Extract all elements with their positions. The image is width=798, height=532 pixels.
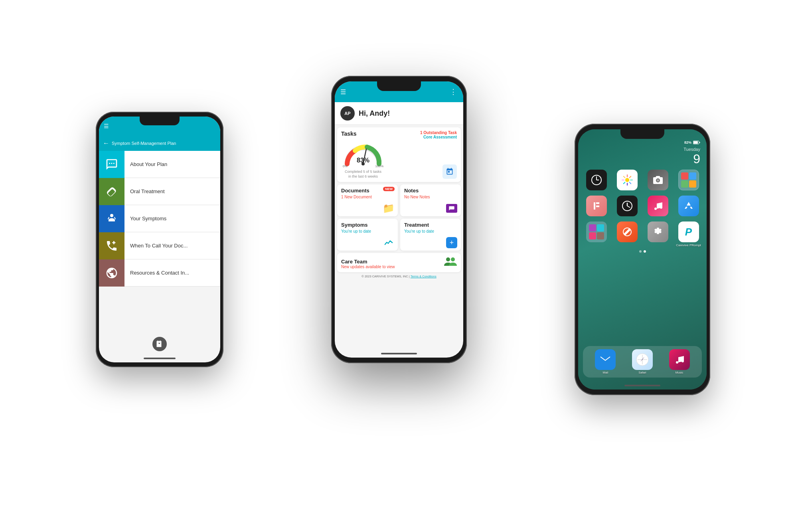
care-team-title: Care Team: [341, 259, 395, 265]
footer-text: © 2023 CARIVIVE SYSTEMS, INC |: [361, 275, 409, 278]
safari-app[interactable]: Safari: [632, 349, 653, 374]
books-app[interactable]: [583, 196, 610, 218]
calendar-svg: [446, 168, 454, 176]
list-item[interactable]: Resources & Contact In...: [99, 259, 220, 287]
carevive-label: Carevive PRompt: [676, 243, 701, 247]
right-phone: 82% Tuesday 9: [575, 124, 710, 395]
book-svg: [156, 340, 163, 348]
greeting-row: AP Hi, Andy!: [335, 102, 463, 125]
globe-icon: [105, 267, 118, 279]
greeting-text: Hi, Andy!: [359, 109, 390, 118]
gauge-completed: Completed 5 of 5 tasks in the last 6 wee…: [345, 170, 381, 179]
carevive-p: P: [685, 226, 692, 238]
folder2-app[interactable]: [583, 222, 610, 247]
right-screen: 82% Tuesday 9: [578, 129, 707, 390]
camera-app[interactable]: [644, 170, 671, 192]
svg-rect-27: [599, 355, 611, 364]
photos-app[interactable]: [614, 170, 640, 192]
plus-box-icon: +: [446, 238, 458, 247]
orange-icon: [617, 222, 638, 242]
notes-title: Notes: [404, 188, 457, 194]
symptoms-icon-box: [99, 205, 124, 232]
battery-icon: [693, 140, 700, 144]
books-icon: [586, 196, 607, 216]
svg-point-11: [625, 178, 629, 182]
clock-app[interactable]: [583, 170, 610, 192]
tasks-section[interactable]: Tasks 1 Outstanding Task Core Assessment: [337, 127, 461, 182]
symptoms-title: Symptoms: [341, 222, 394, 228]
documents-card[interactable]: Documents NEW 1 New Document 📁: [337, 184, 398, 216]
left-home-bar: [144, 358, 176, 359]
back-nav[interactable]: ← Symptom Self-Management Plan: [99, 136, 220, 151]
folder-icon: 📁: [383, 204, 395, 213]
notes-card[interactable]: Notes No New Notes: [400, 184, 461, 216]
notes-icon: [446, 204, 458, 213]
tasks-title: Tasks: [341, 131, 357, 137]
center-hamburger-icon[interactable]: ☰: [340, 88, 346, 96]
cards-grid: Documents NEW 1 New Document 📁 Notes No …: [337, 184, 461, 251]
back-arrow-icon[interactable]: ←: [103, 140, 109, 147]
list-item[interactable]: About Your Plan: [99, 151, 220, 178]
appstore-icon: [678, 196, 699, 216]
center-footer: © 2023 CARIVIVE SYSTEMS, INC | Terms & C…: [335, 272, 463, 279]
safari-icon: [632, 349, 653, 370]
folder1-app[interactable]: [675, 170, 702, 192]
treatment-sub: You're up to date: [404, 229, 457, 233]
appstore-app[interactable]: [675, 196, 702, 218]
list-item[interactable]: Oral Treatment: [99, 178, 220, 205]
safari-label: Safari: [638, 371, 646, 374]
mail-app[interactable]: Mail: [595, 349, 616, 374]
gauge-label-0: 0%: [343, 164, 348, 168]
pill-icon: [105, 185, 118, 198]
core-assessment-link[interactable]: Core Assessment: [420, 135, 457, 139]
ios-app-grid: P Carevive PRompt: [578, 170, 707, 247]
list-item[interactable]: When To Call Your Doc...: [99, 232, 220, 259]
svg-point-0: [110, 214, 113, 217]
center-screen: ☰ ⋮ AP Hi, Andy! Tasks 1 Outstanding Tas…: [335, 81, 463, 358]
settings-icon: [648, 222, 668, 242]
terms-link[interactable]: Terms & Conditions: [411, 275, 437, 278]
settings-app[interactable]: [644, 222, 671, 247]
about-plan-icon-box: [99, 151, 124, 178]
nav-title: Symptom Self-Management Plan: [112, 141, 176, 146]
svg-rect-16: [627, 183, 628, 186]
music-dock-app[interactable]: Music: [669, 349, 690, 374]
svg-point-3: [446, 257, 450, 261]
treatment-title: Treatment: [404, 222, 457, 228]
svg-point-26: [660, 206, 662, 209]
menu-list: About Your Plan Oral Treatment Your Symp…: [99, 151, 220, 287]
hamburger-icon[interactable]: ☰: [104, 123, 109, 129]
symptoms-card[interactable]: Symptoms You're up to date: [337, 219, 398, 251]
page-dot-2: [644, 250, 646, 253]
left-phone: ☰ ← Symptom Self-Management Plan About Y…: [96, 112, 223, 367]
svg-rect-14: [630, 180, 633, 180]
music-app[interactable]: [644, 196, 671, 218]
carevive-app[interactable]: P Carevive PRompt: [675, 222, 702, 247]
svg-point-4: [451, 257, 455, 261]
list-item[interactable]: Your Symptoms: [99, 205, 220, 232]
svg-rect-13: [629, 176, 631, 178]
ios-date-area: Tuesday 9: [578, 146, 707, 170]
music-dock-label: Music: [676, 371, 683, 374]
resources-label: Resources & Contact In...: [124, 270, 189, 276]
calendar-icon[interactable]: [442, 164, 457, 179]
app-orange[interactable]: [614, 222, 640, 247]
clock2-icon: [617, 196, 638, 216]
oral-treatment-icon-box: [99, 178, 124, 205]
treatment-card[interactable]: Treatment You're up to date +: [400, 219, 461, 251]
gauge-percent: 83%: [357, 157, 369, 164]
more-options-icon[interactable]: ⋮: [450, 87, 458, 96]
photos-app-icon: [617, 170, 638, 190]
new-badge: NEW: [383, 187, 395, 191]
battery-text: 82%: [684, 140, 691, 144]
gauge-wrap: 0% 100% 83%: [341, 141, 385, 169]
left-phone-notch: [140, 117, 180, 125]
symptoms-sub: You're up to date: [341, 229, 394, 233]
carevive-icon: P: [678, 222, 699, 242]
clock2-app[interactable]: [614, 196, 640, 218]
book-icon[interactable]: [152, 337, 167, 351]
mail-label: Mail: [602, 371, 608, 374]
avatar: AP: [340, 106, 355, 121]
gauge-container: 0% 100% 83% Completed 5 of 5 tasks in th…: [341, 141, 457, 179]
care-team-section[interactable]: Care Team New updates available to view: [337, 253, 461, 272]
